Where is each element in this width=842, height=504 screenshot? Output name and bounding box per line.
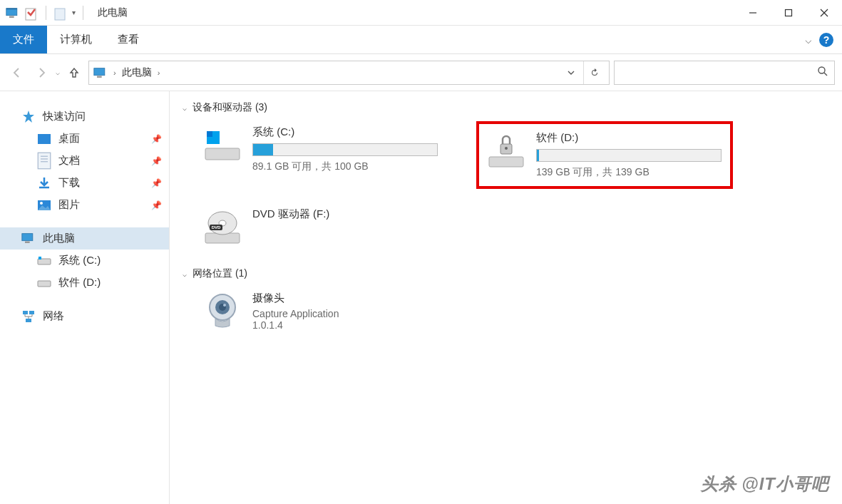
refresh-button[interactable] [583, 61, 605, 84]
svg-rect-10 [97, 76, 102, 77]
star-icon [21, 110, 36, 123]
main: 快速访问 桌面 📌 文档 📌 下载 📌 图片 📌 此电脑 [0, 91, 842, 504]
svg-rect-4 [55, 9, 65, 20]
pin-icon: 📌 [151, 178, 162, 188]
drive-d[interactable]: 软件 (D:) 139 GB 可用，共 139 GB [476, 121, 733, 189]
close-button[interactable] [806, 0, 842, 26]
breadcrumb-root[interactable]: 此电脑 [122, 66, 152, 79]
maximize-button[interactable] [771, 0, 806, 26]
breadcrumb-chevron-icon[interactable]: › [113, 68, 116, 77]
svg-rect-9 [94, 68, 105, 75]
ribbon: 文件 计算机 查看 ⌵ ? [0, 26, 842, 54]
nav-forward-button[interactable] [31, 63, 51, 83]
sidebar-item-label: 文档 [58, 154, 80, 168]
monitor-icon [21, 232, 36, 245]
section-title: 网络位置 (1) [192, 267, 247, 280]
minimize-button[interactable] [735, 0, 771, 26]
sidebar-quick-access[interactable]: 快速访问 [0, 106, 169, 128]
svg-rect-13 [38, 134, 51, 144]
drive-icon [37, 254, 51, 267]
sidebar-item-label: 图片 [58, 198, 80, 212]
drive-usage-fill [253, 144, 273, 155]
svg-rect-25 [23, 311, 28, 314]
pin-icon: 📌 [151, 200, 162, 210]
qat: ▾ 此电脑 [0, 6, 128, 20]
chevron-down-icon: ⌵ [183, 270, 187, 278]
sidebar-drive-d[interactable]: 软件 (D:) [0, 272, 169, 294]
svg-rect-14 [38, 153, 51, 169]
network-item-sub: Capture Application [252, 308, 339, 319]
sidebar-item-label: 软件 (D:) [58, 276, 101, 289]
desktop-icon [37, 133, 51, 145]
section-network[interactable]: ⌵ 网络位置 (1) [177, 267, 835, 280]
svg-rect-28 [205, 148, 240, 160]
drive-status: 139 GB 可用，共 139 GB [536, 166, 723, 179]
network-item-title: 摄像头 [252, 292, 339, 305]
drive-dvd[interactable]: DVD DVD 驱动器 (F:) [198, 203, 455, 252]
address-dropdown-button[interactable] [560, 61, 582, 84]
svg-rect-6 [786, 9, 792, 16]
search-input[interactable] [614, 61, 835, 85]
drive-lock-icon [486, 131, 526, 171]
chevron-down-icon: ⌵ [183, 104, 187, 112]
qat-dropdown-icon[interactable]: ▾ [72, 9, 76, 16]
svg-rect-27 [26, 319, 31, 322]
ribbon-expand-icon[interactable]: ⌵ [805, 33, 812, 46]
drive-title: DVD 驱动器 (F:) [252, 207, 451, 221]
svg-point-42 [223, 304, 226, 307]
sidebar-item-pictures[interactable]: 图片 📌 [0, 194, 169, 216]
sidebar-item-label: 下载 [58, 176, 80, 190]
drive-usage-fill [537, 150, 539, 161]
sidebar-item-downloads[interactable]: 下载 📌 [0, 172, 169, 194]
ribbon-tab-file[interactable]: 文件 [0, 26, 47, 53]
watermark: 头杀 @IT小哥吧 [701, 473, 829, 495]
breadcrumb-chevron-icon[interactable]: › [158, 68, 160, 77]
svg-rect-20 [22, 234, 33, 241]
dvd-icon: DVD [202, 207, 242, 247]
sidebar: 快速访问 桌面 📌 文档 📌 下载 📌 图片 📌 此电脑 [0, 91, 170, 504]
svg-rect-22 [38, 259, 51, 264]
window-controls [735, 0, 842, 26]
addressbar-monitor-icon [93, 67, 108, 78]
nav-history-dropdown[interactable]: ⌵ [56, 68, 60, 76]
pictures-icon [37, 199, 51, 212]
sidebar-drive-c[interactable]: 系统 (C:) [0, 250, 169, 272]
webcam-icon [202, 292, 242, 331]
breadcrumb: › 此电脑 › [113, 66, 160, 79]
svg-line-12 [824, 73, 827, 76]
sidebar-item-label: 桌面 [58, 132, 80, 145]
drive-c[interactable]: 系统 (C:) 89.1 GB 可用，共 100 GB [198, 121, 455, 189]
svg-rect-21 [25, 242, 30, 243]
help-icon[interactable]: ? [819, 33, 833, 47]
svg-rect-1 [6, 8, 17, 9]
navbar: ⌵ › 此电脑 › [0, 54, 842, 91]
drive-status: 89.1 GB 可用，共 100 GB [252, 160, 451, 173]
section-title: 设备和驱动器 (3) [192, 101, 267, 114]
monitor-icon [6, 7, 20, 19]
svg-rect-30 [207, 131, 212, 137]
ribbon-tab-view[interactable]: 查看 [105, 26, 152, 53]
folder-icon [53, 7, 68, 19]
nav-back-button[interactable] [7, 63, 27, 83]
documents-icon [37, 155, 51, 168]
svg-rect-2 [9, 16, 14, 17]
svg-rect-31 [489, 157, 523, 167]
ribbon-tab-computer[interactable]: 计算机 [47, 26, 105, 53]
pin-icon: 📌 [151, 156, 162, 166]
network-item-camera[interactable]: 摄像头 Capture Application 1.0.1.4 [198, 287, 835, 336]
search-icon [817, 66, 828, 80]
svg-rect-26 [29, 311, 34, 314]
nav-up-button[interactable] [64, 63, 84, 83]
svg-rect-23 [38, 257, 41, 259]
section-devices[interactable]: ⌵ 设备和驱动器 (3) [177, 101, 835, 114]
address-bar[interactable]: › 此电脑 › [88, 61, 610, 85]
window-title: 此电脑 [98, 6, 128, 19]
sidebar-network[interactable]: 网络 [0, 305, 169, 327]
network-icon [21, 310, 36, 323]
svg-rect-24 [38, 281, 51, 287]
drive-icon [202, 125, 242, 165]
sidebar-item-desktop[interactable]: 桌面 📌 [0, 128, 169, 150]
properties-icon[interactable] [24, 7, 38, 19]
sidebar-this-pc[interactable]: 此电脑 [0, 227, 169, 250]
sidebar-item-documents[interactable]: 文档 📌 [0, 150, 169, 172]
